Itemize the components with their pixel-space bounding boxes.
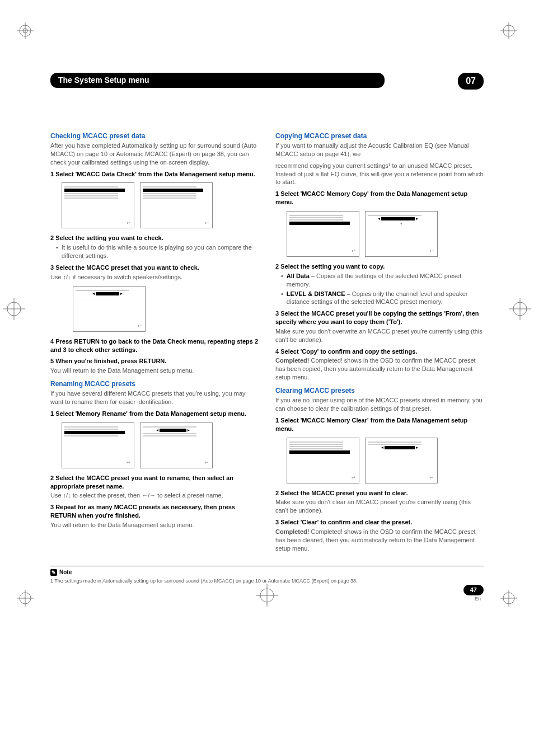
osd-diagram-row: ↩ ↩	[62, 422, 259, 468]
note-label: ✎ Note	[50, 569, 72, 576]
step-text: 1 Select 'MCACC Memory Copy' from the Da…	[275, 190, 484, 206]
bullet-item: •All Data – Copies all the settings of t…	[281, 272, 484, 289]
step-text: 4 Press RETURN to go back to the Data Ch…	[50, 337, 259, 354]
return-icon: ↩	[352, 248, 355, 255]
body-text: Make sure you don't overwrite an MCACC p…	[275, 327, 484, 344]
bullet-title: All Data	[287, 273, 310, 279]
step-text: 3 Repeat for as many MCACC presets as ne…	[50, 503, 259, 520]
step-text: 1 Select 'Memory Rename' from the Data M…	[50, 410, 259, 418]
return-icon: ↩	[352, 475, 355, 481]
step-text: 3 Select the MCACC preset you'll be copy…	[275, 309, 484, 326]
chapter-number-badge: 07	[458, 73, 484, 90]
osd-diagram: ↩	[287, 211, 359, 257]
osd-diagram: ↩	[365, 438, 438, 483]
return-icon: ↩	[127, 220, 130, 227]
return-icon: ↩	[138, 323, 142, 330]
return-icon: ↩	[430, 248, 434, 255]
step-text: 2 Select the setting you want to copy.	[275, 262, 484, 271]
body-text: Completed! Completed! shows in the OSD t…	[275, 528, 484, 553]
body-text: Use ↑/↓ to select the preset, then ←/→ t…	[50, 491, 259, 500]
osd-diagram-row: - - - - - - - - - - - ↩	[73, 286, 259, 332]
footnote-text: 1 The settings made in Automatically set…	[50, 577, 484, 584]
step-text: 2 Select the setting you want to check.	[50, 234, 259, 242]
osd-diagram: - - - - - - - - - - - ↩	[73, 286, 146, 332]
step-text: 3 Select the MCACC preset that you want …	[50, 264, 259, 272]
body-text: After you have completed Automatically s…	[50, 142, 259, 167]
body-text: You will return to the Data Management s…	[50, 367, 259, 375]
osd-diagram: ▼ ↩	[365, 211, 438, 257]
bullet-item: •It is useful to do this while a source …	[56, 243, 259, 260]
bullet-title: LEVEL & DISTANCE	[287, 290, 345, 297]
step-text: 3 Select 'Clear' to confirm and clear th…	[275, 518, 484, 527]
right-column: Copying MCACC preset data If you want to…	[275, 127, 484, 556]
bullet-text: It is useful to do this while a source i…	[62, 243, 259, 260]
osd-diagram-row: ↩ ▼ ↩	[287, 211, 484, 257]
left-column: Checking MCACC preset data After you hav…	[50, 127, 259, 556]
osd-diagram: ↩	[140, 422, 213, 468]
body-text: Completed! Completed! shows in the OSD t…	[275, 356, 484, 382]
note-icon: ✎	[50, 569, 57, 576]
step-text: 2 Select the MCACC preset you want to re…	[50, 474, 259, 491]
step-text: 1 Select 'MCACC Data Check' from the Dat…	[50, 170, 259, 179]
body-text: recommend copying your current settings¹…	[275, 162, 484, 187]
horizontal-rule	[50, 566, 484, 566]
note-label-text: Note	[59, 569, 72, 576]
body-text: If you want to manually adjust the Acous…	[275, 142, 484, 158]
body-text: Make sure you don't clear an MCACC prese…	[275, 498, 484, 515]
return-icon: ↩	[430, 475, 434, 481]
step-text: 4 Select 'Copy' to confirm and copy the …	[275, 348, 484, 356]
osd-diagram: ↩	[140, 182, 213, 228]
step-text: 1 Select 'MCACC Memory Clear' from the D…	[275, 416, 484, 433]
bullet-text: – Copies all the settings of the selecte…	[287, 273, 461, 288]
heading-renaming-mcacc: Renaming MCACC presets	[50, 379, 259, 388]
osd-diagram-row: ↩ ↩	[287, 438, 484, 483]
osd-diagram: ↩	[62, 182, 134, 228]
body-text: If you have several different MCACC pres…	[50, 389, 259, 406]
body-text: Use ↑/↓ if necessary to switch speakers/…	[50, 273, 259, 281]
osd-diagram: ↩	[287, 438, 359, 483]
return-icon: ↩	[205, 220, 209, 227]
return-icon: ↩	[127, 460, 130, 466]
step-text: 5 When you're finished, press RETURN.	[50, 357, 259, 365]
section-header: The System Setup menu	[50, 73, 385, 88]
body-text: You will return to the Data Management s…	[50, 521, 259, 529]
heading-checking-mcacc: Checking MCACC preset data	[50, 132, 259, 140]
osd-diagram-row: ↩ ↩	[62, 182, 259, 228]
page-number-badge: 47	[463, 585, 484, 595]
page-language-label: En	[475, 595, 481, 602]
body-text: If you are no longer using one of the MC…	[275, 396, 484, 413]
osd-diagram: ↩	[62, 422, 134, 468]
return-icon: ↩	[205, 460, 209, 466]
step-text: 2 Select the MCACC preset you want to cl…	[275, 489, 484, 497]
bullet-item: •LEVEL & DISTANCE – Copies only the chan…	[281, 290, 484, 307]
heading-clearing-mcacc: Clearing MCACC presets	[275, 386, 484, 395]
heading-copying-mcacc: Copying MCACC preset data	[275, 132, 484, 140]
